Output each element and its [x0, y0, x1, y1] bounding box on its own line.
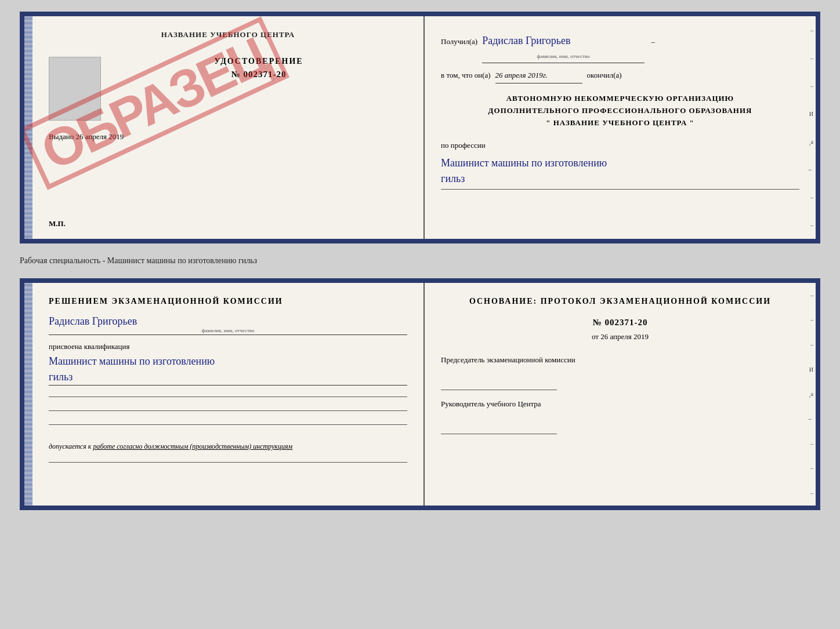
basis-date: от 26 апреля 2019 [441, 332, 799, 341]
org-line1: АВТОНОМНУЮ НЕКОММЕРЧЕСКУЮ ОРГАНИЗАЦИЮ [441, 93, 799, 105]
basis-number: № 002371-20 [441, 318, 799, 328]
chairman-sig-line [441, 376, 557, 390]
bottom-right-panel: Основание: протокол экзаменационной коми… [425, 283, 816, 506]
bottom-left-content: Решением экзаменационной комиссии Радисл… [49, 297, 407, 463]
org-line2: ДОПОЛНИТЕЛЬНОГО ПРОФЕССИОНАЛЬНОГО ОБРАЗО… [441, 105, 799, 117]
center-head-block: Руководитель учебного Центра [441, 399, 799, 434]
basis-header: Основание: протокол экзаменационной коми… [441, 297, 799, 306]
org-block: АВТОНОМНУЮ НЕКОММЕРЧЕСКУЮ ОРГАНИЗАЦИЮ ДО… [441, 93, 799, 129]
cert-title: УДОСТОВЕРЕНИЕ [110, 57, 407, 66]
spine-top [24, 16, 32, 239]
center-head-title: Руководитель учебного Центра [441, 399, 799, 409]
recipient-name: Радислав Григорьев фамилия, имя, отчеств… [482, 30, 645, 63]
date-line: в том, что он(а) 26 апреля 2019г. окончи… [441, 68, 799, 83]
person-sub: фамилия, имя, отчество [49, 328, 407, 333]
issued-label: Выдано [49, 132, 74, 141]
completed-label: окончил(а) [587, 68, 622, 83]
top-left-header: НАЗВАНИЕ УЧЕБНОГО ЦЕНТРА [49, 30, 407, 39]
received-label: Получил(а) [441, 34, 477, 49]
recipient-line: Получил(а) Радислав Григорьев фамилия, и… [441, 30, 799, 63]
top-right-content: Получил(а) Радислав Григорьев фамилия, и… [441, 30, 799, 190]
person-name: Радислав Григорьев фамилия, имя, отчеств… [49, 315, 407, 335]
cert-number: № 002371-20 [110, 70, 407, 79]
commission-header: Решением экзаменационной комиссии [49, 297, 407, 306]
bottom-right-content: Основание: протокол экзаменационной коми… [441, 297, 799, 434]
underline-2 [49, 399, 407, 411]
issued-date: 26 апреля 2019 [76, 132, 124, 141]
bottom-right-side-markers: – – – И ¸а ← – – – [802, 283, 813, 506]
right-side-markers: – – – И ¸а ← – – [802, 16, 813, 239]
chairman-block: Председатель экзаменационной комиссии [441, 355, 799, 390]
date-label: в том, что он(а) [441, 68, 491, 83]
top-left-panel: НАЗВАНИЕ УЧЕБНОГО ЦЕНТРА УДОСТОВЕРЕНИЕ №… [32, 16, 425, 239]
recipient-sub: фамилия, имя, отчество [482, 51, 645, 61]
underline-4 [49, 451, 407, 463]
qualification-label: присвоена квалификация [49, 342, 407, 351]
separator-label: Рабочая специальность - Машинист машины … [20, 253, 820, 269]
allow-label: допускается к работе согласно должностны… [49, 442, 407, 451]
bottom-left-panel: Решением экзаменационной комиссии Радисл… [32, 283, 425, 506]
allow-value: работе согласно должностным (производств… [93, 442, 292, 450]
qualification-value: Машинист машины по изготовлению гильз [49, 354, 407, 386]
profession-value: Машинист машины по изготовлению гильз [441, 155, 799, 190]
bottom-document: Решением экзаменационной комиссии Радисл… [20, 278, 820, 510]
underline-1 [49, 386, 407, 397]
chairman-title: Председатель экзаменационной комиссии [441, 355, 799, 365]
photo-placeholder [49, 57, 101, 121]
spine-bottom [24, 283, 32, 506]
profession-label: по профессии [441, 138, 799, 153]
cert-info: УДОСТОВЕРЕНИЕ № 002371-20 [110, 57, 407, 86]
date-value: 26 апреля 2019г. [495, 68, 582, 83]
org-line3: " НАЗВАНИЕ УЧЕБНОГО ЦЕНТРА " [441, 117, 799, 129]
mp-label: М.П. [49, 219, 66, 228]
top-right-panel: Получил(а) Радислав Григорьев фамилия, и… [425, 16, 816, 239]
center-head-sig-line [441, 420, 557, 434]
cert-issued: Выдано 26 апреля 2019 [49, 132, 407, 141]
cert-box: УДОСТОВЕРЕНИЕ № 002371-20 [49, 57, 407, 121]
underline-3 [49, 413, 407, 425]
top-document: НАЗВАНИЕ УЧЕБНОГО ЦЕНТРА УДОСТОВЕРЕНИЕ №… [20, 12, 820, 243]
